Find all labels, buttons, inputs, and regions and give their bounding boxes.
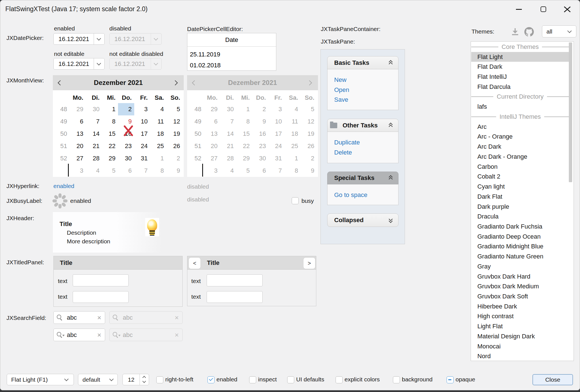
day-cell[interactable]: 14 bbox=[86, 128, 102, 140]
day-cell[interactable]: 2 bbox=[166, 152, 183, 165]
taskpane-header-special-tasks[interactable]: Special Tasks bbox=[327, 172, 399, 184]
theme-item-arc---orange[interactable]: Arc - Orange bbox=[471, 132, 569, 142]
day-cell[interactable]: 29 bbox=[70, 103, 86, 115]
theme-item-light-flat[interactable]: Light Flat bbox=[471, 321, 569, 331]
theme-item-dark-flat[interactable]: Dark Flat bbox=[471, 192, 569, 202]
datepicker-noteditable[interactable]: 16.12.2021 bbox=[53, 58, 105, 70]
theme-item-gradianto-midnight-blue[interactable]: Gradianto Midnight Blue bbox=[471, 241, 569, 251]
expand-icon[interactable] bbox=[389, 218, 393, 222]
github-icon[interactable] bbox=[524, 27, 534, 37]
theme-item-nord[interactable]: Nord bbox=[471, 351, 569, 361]
checkbox-background[interactable] bbox=[393, 376, 400, 383]
minimize-icon[interactable] bbox=[516, 9, 522, 10]
text-input[interactable] bbox=[207, 291, 263, 303]
close-icon[interactable] bbox=[563, 6, 571, 13]
searchfield-menu-enabled[interactable]: abc ✕ bbox=[53, 329, 105, 341]
day-cell[interactable]: 3 bbox=[134, 103, 150, 115]
taskpane-header-collapsed[interactable]: Collapsed bbox=[327, 213, 399, 227]
theme-item-high-contrast[interactable]: High contrast bbox=[471, 311, 569, 321]
hyperlink-enabled[interactable]: enabled bbox=[53, 182, 74, 190]
theme-item-arc[interactable]: Arc bbox=[471, 122, 569, 132]
theme-item-gradianto-nature-green[interactable]: Gradianto Nature Green bbox=[471, 251, 569, 262]
monthview-enabled[interactable]: Dezember 2021Mo.Di.Mi.Do.Fr.Sa.So.482930… bbox=[53, 75, 184, 177]
day-cell[interactable]: 31 bbox=[134, 152, 150, 165]
table-row[interactable]: 01.02.2018 bbox=[190, 62, 221, 69]
day-cell[interactable]: 28 bbox=[86, 152, 102, 165]
theme-item-flat-intellij[interactable]: Flat IntelliJ bbox=[471, 72, 569, 82]
theme-item-cyan-light[interactable]: Cyan light bbox=[471, 182, 569, 192]
theme-item-dark-purple[interactable]: Dark purple bbox=[471, 202, 569, 212]
theme-item-gradianto-deep-ocean[interactable]: Gradianto Deep Ocean bbox=[471, 232, 569, 242]
day-cell[interactable]: 5 bbox=[166, 103, 183, 115]
theme-item-gradianto-dark-fuchsia[interactable]: Gradianto Dark Fuchsia bbox=[471, 222, 569, 232]
day-cell[interactable]: 3 bbox=[70, 165, 86, 177]
theme-item-flat-light[interactable]: Flat Light bbox=[471, 52, 569, 62]
themes-list[interactable]: Core ThemesFlat LightFlat DarkFlat Intel… bbox=[471, 41, 574, 361]
day-cell[interactable]: 2 bbox=[118, 103, 134, 115]
theme-item-gruvbox-dark-medium[interactable]: Gruvbox Dark Medium bbox=[471, 281, 569, 291]
taskpane-link-delete[interactable]: Delete bbox=[334, 149, 352, 156]
titledpanel-prev-button[interactable]: < bbox=[188, 257, 201, 269]
checkbox-right-to-left[interactable] bbox=[156, 376, 163, 383]
collapse-icon[interactable] bbox=[389, 61, 393, 65]
day-cell[interactable]: 30 bbox=[118, 152, 134, 165]
font-size-spinner[interactable]: 12 bbox=[122, 374, 149, 385]
day-cell[interactable]: 18 bbox=[150, 128, 166, 140]
checkbox-explicit-colors[interactable] bbox=[336, 376, 343, 383]
taskpane-link-open[interactable]: Open bbox=[334, 86, 349, 94]
day-cell[interactable]: 20 bbox=[70, 140, 86, 152]
searchfield-enabled[interactable]: abc ✕ bbox=[53, 311, 105, 324]
day-cell[interactable]: 7 bbox=[134, 165, 150, 177]
day-cell[interactable]: 23 bbox=[118, 140, 134, 152]
day-cell[interactable]: 6 bbox=[118, 165, 134, 177]
day-cell[interactable]: 27 bbox=[70, 152, 86, 165]
day-cell[interactable]: 8 bbox=[102, 115, 118, 128]
theme-item-monocai[interactable]: Monocai bbox=[471, 341, 569, 351]
day-cell[interactable]: 4 bbox=[86, 165, 102, 177]
checkbox-ui-defaults[interactable] bbox=[287, 376, 294, 383]
clear-icon[interactable]: ✕ bbox=[97, 314, 102, 321]
table-row[interactable]: 25.11.2019 bbox=[190, 51, 220, 58]
celleditor-table[interactable]: Date 25.11.2019 01.02.2018 bbox=[187, 33, 276, 71]
datepicker-dropdown-button[interactable] bbox=[94, 58, 104, 69]
font-combo[interactable]: default bbox=[78, 374, 118, 385]
day-cell[interactable]: 13 bbox=[70, 128, 86, 140]
day-cell[interactable]: 1 bbox=[150, 152, 166, 165]
collapse-icon[interactable] bbox=[389, 176, 393, 180]
maximize-icon[interactable] bbox=[541, 6, 546, 12]
datepicker-enabled[interactable]: 16.12.2021 bbox=[53, 33, 105, 45]
taskpane-header-other-tasks[interactable]: Other Tasks bbox=[327, 119, 399, 132]
day-cell[interactable]: 12 bbox=[166, 115, 183, 128]
laf-combo[interactable]: Flat Light (F1) bbox=[7, 374, 74, 385]
checkbox-enabled[interactable] bbox=[208, 376, 214, 383]
themes-filter-combo[interactable]: all bbox=[542, 25, 576, 37]
theme-item-carbon[interactable]: Carbon bbox=[471, 162, 569, 172]
day-cell[interactable]: 8 bbox=[150, 165, 166, 177]
theme-item-arc-dark---orange[interactable]: Arc Dark - Orange bbox=[471, 152, 569, 162]
theme-item-flat-darcula[interactable]: Flat Darcula bbox=[471, 82, 569, 92]
collapse-icon[interactable] bbox=[389, 123, 393, 128]
day-cell[interactable]: 24 bbox=[134, 140, 150, 152]
scrollbar-thumb[interactable] bbox=[569, 42, 572, 182]
text-input[interactable] bbox=[73, 274, 129, 286]
taskpane-link-new[interactable]: New bbox=[334, 76, 346, 84]
close-button[interactable]: Close bbox=[532, 374, 573, 385]
day-cell[interactable]: 19 bbox=[166, 128, 183, 140]
day-cell[interactable]: 29 bbox=[102, 152, 118, 165]
day-cell[interactable]: 7 bbox=[86, 115, 102, 128]
day-cell[interactable]: 22 bbox=[102, 140, 118, 152]
busy-checkbox[interactable] bbox=[292, 197, 299, 204]
datepicker-dropdown-button[interactable] bbox=[94, 34, 104, 44]
day-cell[interactable]: 6 bbox=[70, 115, 86, 128]
day-cell[interactable]: 9 bbox=[166, 165, 183, 177]
checkbox-opaque[interactable] bbox=[447, 376, 454, 383]
day-cell[interactable]: 1 bbox=[102, 103, 118, 115]
theme-item-material-design-dark[interactable]: Material Design Dark bbox=[471, 331, 569, 341]
day-cell[interactable]: 15 bbox=[102, 128, 118, 140]
theme-item-arc-dark[interactable]: Arc Dark bbox=[471, 142, 569, 152]
download-icon[interactable] bbox=[511, 28, 519, 35]
text-input[interactable] bbox=[73, 291, 129, 303]
theme-item-dracula[interactable]: Dracula bbox=[471, 212, 569, 222]
day-cell[interactable]: 21 bbox=[86, 140, 102, 152]
titledpanel-next-button[interactable]: > bbox=[303, 257, 315, 269]
